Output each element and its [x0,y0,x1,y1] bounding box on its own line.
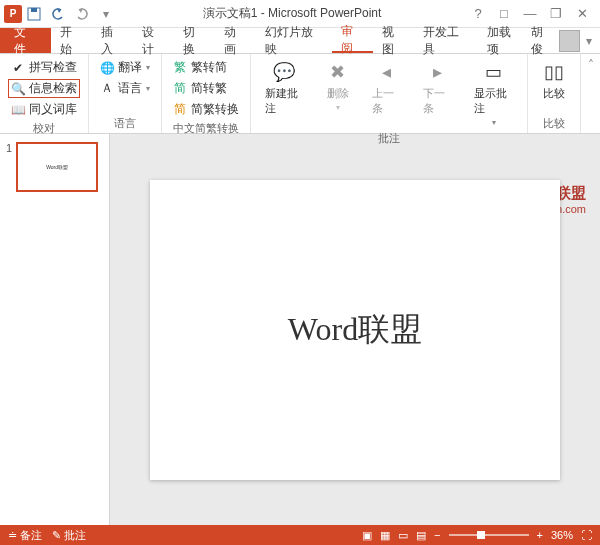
view-controls: ▣ ▦ ▭ ▤ − + 36% ⛶ [362,529,592,542]
research-button[interactable]: 🔍信息检索 [8,79,80,98]
maximize-button[interactable]: ❐ [544,3,568,25]
comments-toggle[interactable]: ✎批注 [52,528,86,543]
tab-insert[interactable]: 插入 [92,28,133,53]
research-label: 信息检索 [29,80,77,97]
notes-button[interactable]: ≐备注 [8,528,42,543]
window-controls: ? □ — ❐ ✕ [466,3,600,25]
tab-addins[interactable]: 加载项 [478,28,531,53]
undo-button[interactable] [46,3,70,25]
next-comment-button[interactable]: ▸下一条 [417,58,458,129]
comments-label: 批注 [64,528,86,543]
tab-view[interactable]: 视图 [373,28,414,53]
show-comments-button[interactable]: ▭显示批注▾ [468,58,519,129]
language-button[interactable]: Ａ语言▾ [97,79,153,98]
new-comment-label: 新建批注 [265,86,304,116]
tab-review[interactable]: 审阅 [332,28,373,53]
tab-slideshow[interactable]: 幻灯片放映 [256,28,332,53]
simp-to-trad-button[interactable]: 简简转繁 [170,79,242,98]
qat-dropdown[interactable]: ▾ [94,3,118,25]
translate-icon: 🌐 [100,61,114,75]
thumbnail-preview[interactable]: Word联盟 [16,142,98,192]
slide-title-text[interactable]: Word联盟 [288,308,422,352]
zoom-in-button[interactable]: + [537,529,543,541]
slideshow-view-button[interactable]: ▤ [416,529,426,542]
spelling-button[interactable]: ✔拼写检查 [8,58,80,77]
user-area[interactable]: 胡俊 ▾ [531,28,600,53]
show-label: 显示批注 [474,86,513,116]
thumbnail-number: 1 [6,142,12,192]
tab-home[interactable]: 开始 [51,28,92,53]
save-icon [27,7,41,21]
new-comment-icon: 💬 [272,60,296,84]
status-bar: ≐备注 ✎批注 ▣ ▦ ▭ ▤ − + 36% ⛶ [0,525,600,545]
svg-rect-1 [31,8,37,12]
s2t-icon: 简 [173,82,187,96]
thesaurus-label: 同义词库 [29,101,77,118]
group-compare-label: 比较 [536,116,572,131]
next-icon: ▸ [426,60,450,84]
thesaurus-button[interactable]: 📖同义词库 [8,100,80,119]
tab-design[interactable]: 设计 [133,28,174,53]
ribbon-options-button[interactable]: □ [492,3,516,25]
translate-label: 翻译 [118,59,142,76]
notes-label: 备注 [20,528,42,543]
tab-file[interactable]: 文件 [0,28,51,53]
compare-icon: ▯▯ [542,60,566,84]
comment-icon: ✎ [52,529,61,542]
zoom-level[interactable]: 36% [551,529,573,541]
book-icon: 📖 [11,103,25,117]
notes-icon: ≐ [8,529,17,542]
tab-transitions[interactable]: 切换 [174,28,215,53]
next-label: 下一条 [423,86,452,116]
close-button[interactable]: ✕ [570,3,594,25]
ribbon-tabs: 文件 开始 插入 设计 切换 动画 幻灯片放映 审阅 视图 开发工具 加载项 胡… [0,28,600,54]
zoom-slider-thumb[interactable] [477,531,485,539]
group-proofing: ✔拼写检查 🔍信息检索 📖同义词库 校对 [0,54,89,133]
thumbnail-1[interactable]: 1 Word联盟 [6,142,103,192]
convert-label: 简繁转换 [191,101,239,118]
redo-icon [75,7,89,21]
thumbnail-text: Word联盟 [46,164,68,170]
convert-button[interactable]: 简简繁转换 [170,100,242,119]
language-label: 语言 [118,80,142,97]
sorter-view-button[interactable]: ▦ [380,529,390,542]
prev-icon: ◂ [375,60,399,84]
fit-to-window-button[interactable]: ⛶ [581,529,592,541]
zoom-out-button[interactable]: − [434,529,440,541]
collapse-ribbon-button[interactable]: ˄ [581,54,600,133]
group-language: 🌐翻译▾ Ａ语言▾ 语言 [89,54,162,133]
delete-comment-button[interactable]: ✖删除▾ [320,58,356,129]
prev-label: 上一条 [372,86,401,116]
compare-label: 比较 [543,86,565,101]
spelling-label: 拼写检查 [29,59,77,76]
group-compare: ▯▯比较 比较 [528,54,581,133]
s2t-label: 简转繁 [191,80,227,97]
slide-canvas[interactable]: Word联盟 [150,180,560,480]
translate-button[interactable]: 🌐翻译▾ [97,58,153,77]
group-language-label: 语言 [97,116,153,131]
save-button[interactable] [22,3,46,25]
reading-view-button[interactable]: ▭ [398,529,408,542]
redo-button[interactable] [70,3,94,25]
new-comment-button[interactable]: 💬新建批注 [259,58,310,129]
wm-rest: 联盟 [556,184,586,201]
thumbnail-pane[interactable]: 1 Word联盟 [0,134,110,525]
ribbon: ✔拼写检查 🔍信息检索 📖同义词库 校对 🌐翻译▾ Ａ语言▾ 语言 繁繁转简 简… [0,54,600,134]
slide-editor[interactable]: Word联盟 www.wordlm.com Word联盟 [110,134,600,525]
trad-to-simp-button[interactable]: 繁繁转简 [170,58,242,77]
normal-view-button[interactable]: ▣ [362,529,372,542]
convert-icon: 简 [173,103,187,117]
minimize-button[interactable]: — [518,3,542,25]
group-comments: 💬新建批注 ✖删除▾ ◂上一条 ▸下一条 ▭显示批注▾ 批注 [251,54,528,133]
prev-comment-button[interactable]: ◂上一条 [366,58,407,129]
t2s-icon: 繁 [173,61,187,75]
tab-animations[interactable]: 动画 [215,28,256,53]
help-button[interactable]: ? [466,3,490,25]
zoom-slider[interactable] [449,534,529,536]
tab-developer[interactable]: 开发工具 [414,28,478,53]
chevron-down-icon: ▾ [586,34,592,48]
show-comments-icon: ▭ [482,60,506,84]
search-icon: 🔍 [11,82,25,96]
compare-button[interactable]: ▯▯比较 [536,58,572,103]
user-name: 胡俊 [531,24,554,58]
